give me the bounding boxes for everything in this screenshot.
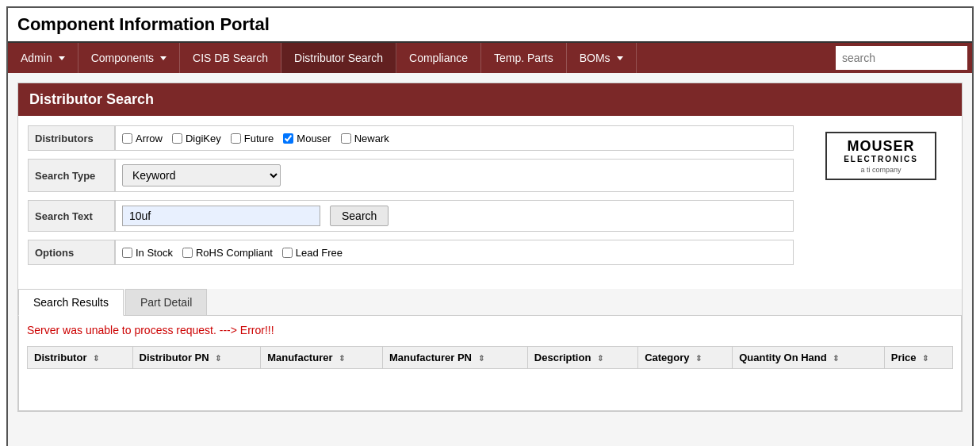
sort-icon-manufacturer-pn: ⇕ bbox=[478, 354, 484, 363]
search-panel: Distributor Search Distributors Arrow bbox=[17, 83, 963, 412]
col-quantity-on-hand[interactable]: Quantity On Hand ⇕ bbox=[733, 347, 885, 369]
error-message: Server was unable to process request. --… bbox=[27, 324, 953, 336]
search-panel-body: Distributors Arrow DigiKey bbox=[18, 116, 962, 283]
checkbox-future-input[interactable] bbox=[231, 133, 241, 144]
chevron-down-icon bbox=[617, 56, 623, 60]
mouser-logo-sub: ELECTRONICS bbox=[844, 155, 918, 163]
sort-icon-category: ⇕ bbox=[695, 354, 702, 363]
nav-label-distributor-search: Distributor Search bbox=[294, 52, 383, 64]
checkbox-digikey-label: DigiKey bbox=[186, 133, 221, 144]
checkbox-newark-input[interactable] bbox=[341, 133, 351, 144]
results-area: Server was unable to process request. --… bbox=[18, 316, 962, 411]
option-in-stock[interactable]: In Stock bbox=[122, 247, 173, 259]
nav-search-input[interactable] bbox=[842, 52, 961, 64]
checkbox-future-label: Future bbox=[244, 133, 274, 144]
col-category-label: Category bbox=[645, 352, 689, 363]
logo-area: MOUSER ELECTRONICS a ti company bbox=[810, 125, 952, 273]
nav-item-boms[interactable]: BOMs bbox=[567, 43, 637, 73]
nav-label-cis-db-search: CIS DB Search bbox=[193, 52, 268, 64]
app-header: Component Information Portal bbox=[8, 8, 972, 43]
tab-part-detail[interactable]: Part Detail bbox=[125, 289, 207, 315]
col-description[interactable]: Description ⇕ bbox=[527, 347, 637, 369]
search-panel-header: Distributor Search bbox=[18, 83, 962, 116]
sort-icon-description: ⇕ bbox=[597, 354, 603, 363]
search-type-row: Search Type Keyword Part Number Manufact… bbox=[28, 159, 794, 192]
sort-icon-manufacturer: ⇕ bbox=[339, 354, 345, 363]
search-text-input[interactable] bbox=[122, 206, 320, 226]
checkbox-arrow[interactable]: Arrow bbox=[122, 133, 163, 144]
col-manufacturer-label: Manufacturer bbox=[267, 352, 332, 363]
nav-label-temp-parts: Temp. Parts bbox=[494, 52, 553, 64]
option-lead-free[interactable]: Lead Free bbox=[282, 247, 343, 259]
distributors-control: Arrow DigiKey Future bbox=[115, 125, 794, 151]
checkbox-arrow-input[interactable] bbox=[122, 133, 132, 144]
nav-search-wrapper bbox=[836, 46, 967, 70]
option-rohs-label: RoHS Compliant bbox=[196, 247, 273, 259]
option-lead-free-input[interactable] bbox=[282, 248, 293, 258]
col-manufacturer-pn[interactable]: Manufacturer PN ⇕ bbox=[382, 347, 527, 369]
col-category[interactable]: Category ⇕ bbox=[638, 347, 733, 369]
search-form: Distributors Arrow DigiKey bbox=[28, 125, 794, 273]
search-text-label: Search Text bbox=[28, 200, 115, 232]
option-in-stock-label: In Stock bbox=[136, 247, 173, 259]
nav-item-cis-db-search[interactable]: CIS DB Search bbox=[180, 43, 281, 73]
nav-item-admin[interactable]: Admin bbox=[8, 43, 78, 73]
option-lead-free-label: Lead Free bbox=[296, 247, 343, 259]
nav-item-temp-parts[interactable]: Temp. Parts bbox=[481, 43, 567, 73]
distributors-label: Distributors bbox=[28, 125, 115, 151]
nav-item-components[interactable]: Components bbox=[78, 43, 180, 73]
checkbox-mouser-label: Mouser bbox=[297, 133, 331, 144]
checkbox-newark[interactable]: Newark bbox=[341, 133, 389, 144]
search-button[interactable]: Search bbox=[330, 206, 389, 226]
search-type-control: Keyword Part Number Manufacturer bbox=[115, 159, 794, 192]
results-table-header-row: Distributor ⇕ Distributor PN ⇕ Manufactu… bbox=[28, 347, 953, 369]
mouser-logo-tagline: a ti company bbox=[860, 166, 901, 174]
checkbox-newark-label: Newark bbox=[354, 133, 389, 144]
tabs-bar: Search Results Part Detail bbox=[18, 289, 962, 316]
tab-search-results-label: Search Results bbox=[33, 296, 109, 309]
nav-bar: Admin Components CIS DB Search Distribut… bbox=[8, 43, 972, 73]
nav-item-distributor-search[interactable]: Distributor Search bbox=[281, 43, 396, 73]
search-text-control: Search bbox=[115, 200, 794, 232]
col-distributor-pn-label: Distributor PN bbox=[140, 352, 209, 363]
search-type-label: Search Type bbox=[28, 159, 115, 192]
col-description-label: Description bbox=[534, 352, 591, 363]
tab-part-detail-label: Part Detail bbox=[140, 296, 192, 309]
checkbox-mouser-input[interactable] bbox=[283, 133, 293, 144]
col-distributor[interactable]: Distributor ⇕ bbox=[28, 347, 133, 369]
results-table: Distributor ⇕ Distributor PN ⇕ Manufactu… bbox=[27, 346, 953, 369]
nav-label-compliance: Compliance bbox=[409, 52, 468, 64]
chevron-down-icon bbox=[160, 56, 167, 60]
chevron-down-icon bbox=[59, 56, 65, 60]
col-distributor-pn[interactable]: Distributor PN ⇕ bbox=[132, 347, 261, 369]
col-manufacturer-pn-label: Manufacturer PN bbox=[389, 352, 472, 363]
sort-icon-price: ⇕ bbox=[922, 354, 928, 363]
main-content: Distributor Search Distributors Arrow bbox=[8, 73, 972, 446]
tab-search-results[interactable]: Search Results bbox=[18, 289, 124, 316]
checkbox-mouser[interactable]: Mouser bbox=[283, 133, 331, 144]
sort-icon-distributor: ⇕ bbox=[93, 354, 99, 363]
checkbox-digikey[interactable]: DigiKey bbox=[172, 133, 221, 144]
col-price-label: Price bbox=[891, 352, 917, 363]
option-in-stock-input[interactable] bbox=[122, 248, 132, 258]
nav-label-admin: Admin bbox=[21, 52, 52, 64]
search-panel-title: Distributor Search bbox=[29, 91, 154, 107]
distributors-row: Distributors Arrow DigiKey bbox=[28, 125, 794, 151]
app-title: Component Information Portal bbox=[17, 14, 270, 34]
search-text-row: Search Text Search bbox=[28, 200, 794, 232]
col-price[interactable]: Price ⇕ bbox=[884, 347, 952, 369]
search-type-select[interactable]: Keyword Part Number Manufacturer bbox=[122, 164, 281, 186]
nav-label-components: Components bbox=[91, 52, 154, 64]
nav-label-boms: BOMs bbox=[580, 52, 611, 64]
options-row: Options In Stock RoHS Compliant bbox=[28, 240, 794, 265]
option-rohs[interactable]: RoHS Compliant bbox=[182, 247, 273, 259]
col-manufacturer[interactable]: Manufacturer ⇕ bbox=[261, 347, 383, 369]
mouser-logo: MOUSER ELECTRONICS a ti company bbox=[825, 132, 936, 180]
option-rohs-input[interactable] bbox=[182, 248, 193, 258]
checkbox-digikey-input[interactable] bbox=[172, 133, 182, 144]
sort-icon-distributor-pn: ⇕ bbox=[215, 354, 221, 363]
checkbox-future[interactable]: Future bbox=[231, 133, 274, 144]
nav-item-compliance[interactable]: Compliance bbox=[396, 43, 481, 73]
results-table-head: Distributor ⇕ Distributor PN ⇕ Manufactu… bbox=[28, 347, 953, 369]
options-control: In Stock RoHS Compliant Lead Free bbox=[115, 240, 794, 265]
